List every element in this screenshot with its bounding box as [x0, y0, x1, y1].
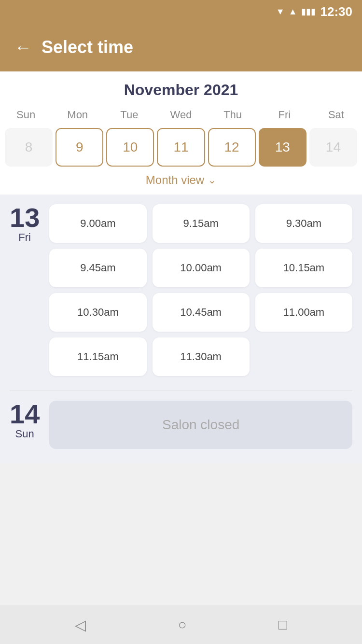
day-headers: Sun Mon Tue Wed Thu Fri Sat: [0, 107, 362, 123]
time-slot-930am[interactable]: 9.30am: [255, 204, 352, 243]
status-icons: ▼ ▲ ▮▮▮: [276, 6, 316, 17]
time-slot-1030am[interactable]: 10.30am: [49, 293, 146, 332]
day-number-13: 13: [10, 204, 40, 231]
time-slot-1000am[interactable]: 10.00am: [153, 249, 250, 287]
nav-recent-button[interactable]: □: [278, 616, 287, 633]
time-slot-1115am[interactable]: 11.15am: [49, 337, 146, 376]
header: ← Select time: [0, 23, 362, 71]
day-block-14: 14 Sun Salon closed: [10, 401, 352, 449]
time-slot-1130am[interactable]: 11.30am: [153, 337, 250, 376]
status-time: 12:30: [320, 4, 353, 19]
nav-home-button[interactable]: ○: [178, 616, 186, 633]
day-name-14: Sun: [10, 428, 40, 440]
day-header-sat: Sat: [310, 107, 362, 123]
nav-back-button[interactable]: ◁: [75, 616, 86, 633]
time-slot-1100am[interactable]: 11.00am: [255, 293, 352, 332]
battery-icon: ▮▮▮: [301, 6, 316, 17]
day-name-13: Fri: [10, 231, 40, 244]
day-block-13: 13 Fri 9.00am 9.15am 9.30am 9.45am 10.00…: [10, 204, 352, 376]
day-header-wed: Wed: [155, 107, 207, 123]
back-button[interactable]: ←: [14, 39, 32, 56]
day-number-14: 14: [10, 401, 40, 428]
day-cell-8[interactable]: 8: [5, 128, 53, 167]
day-header-tue: Tue: [103, 107, 155, 123]
day-header-fri: Fri: [259, 107, 310, 123]
time-slot-1045am[interactable]: 10.45am: [153, 293, 250, 332]
day-cell-13[interactable]: 13: [259, 128, 306, 167]
day-cell-12[interactable]: 12: [208, 128, 256, 167]
time-section-13: 13 Fri 9.00am 9.15am 9.30am 9.45am 10.00…: [0, 195, 362, 391]
time-slot-900am[interactable]: 9.00am: [49, 204, 146, 243]
closed-section-14: 14 Sun Salon closed: [0, 391, 362, 463]
day-header-sun: Sun: [0, 107, 52, 123]
time-slot-915am[interactable]: 9.15am: [153, 204, 250, 243]
day-label-13: 13 Fri: [10, 204, 40, 244]
status-bar: ▼ ▲ ▮▮▮ 12:30: [0, 0, 362, 23]
week-row: 8 9 10 11 12 13 14: [0, 128, 362, 167]
day-cell-9[interactable]: 9: [56, 128, 103, 167]
page-title: Select time: [42, 37, 133, 57]
time-slot-945am[interactable]: 9.45am: [49, 249, 146, 287]
month-view-label: Month view: [146, 173, 204, 187]
day-cell-10[interactable]: 10: [106, 128, 154, 167]
signal-icon: ▲: [289, 7, 297, 17]
chevron-down-icon: ⌄: [208, 174, 216, 186]
day-label-14: 14 Sun: [10, 401, 40, 440]
day-header-thu: Thu: [207, 107, 259, 123]
salon-closed-box: Salon closed: [49, 401, 352, 449]
month-year-label: November 2021: [0, 81, 362, 99]
wifi-icon: ▼: [276, 7, 285, 17]
month-view-toggle[interactable]: Month view ⌄: [0, 167, 362, 190]
time-slot-1015am[interactable]: 10.15am: [255, 249, 352, 287]
day-header-mon: Mon: [52, 107, 103, 123]
time-grid-13: 9.00am 9.15am 9.30am 9.45am 10.00am 10.1…: [49, 204, 352, 376]
day-cell-14[interactable]: 14: [309, 128, 357, 167]
bottom-nav: ◁ ○ □: [0, 605, 362, 644]
salon-closed-label: Salon closed: [162, 417, 239, 433]
calendar-section: November 2021 Sun Mon Tue Wed Thu Fri Sa…: [0, 71, 362, 195]
day-cell-11[interactable]: 11: [157, 128, 205, 167]
